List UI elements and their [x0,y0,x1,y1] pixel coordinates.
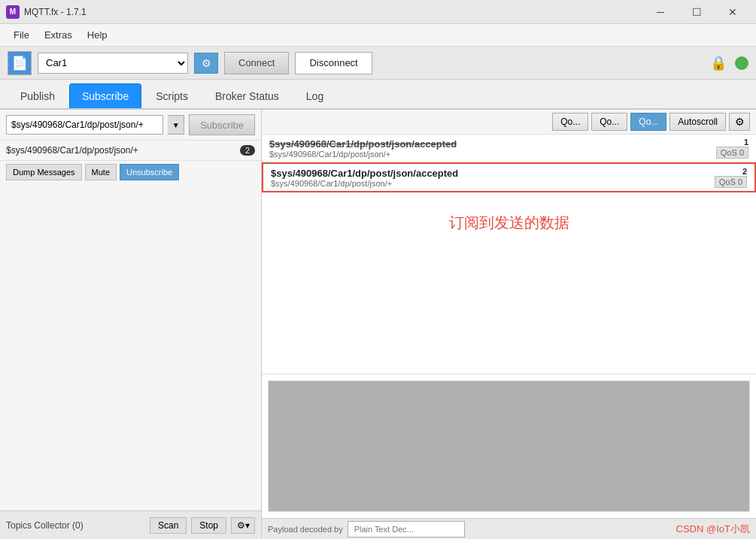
watermark-text: CSDN @IoT小凯 [676,522,750,536]
message-topic-main: $sys/490968/Car1/dp/post/json/accepted [269,138,457,150]
stop-button[interactable]: Stop [191,517,226,534]
message-list[interactable]: $sys/490968/Car1/dp/post/json/accepted $… [262,135,756,374]
center-annotation-text: 订阅到发送的数据 [449,213,569,233]
subscription-badge: 2 [240,145,255,156]
app-icon-label: M [10,8,16,16]
file-icon: 📄 [11,55,28,71]
subscription-actions: Dump Messages Mute Unsubscribe [0,161,261,183]
toolbar: 📄 Car1 ⚙ Connect Disconnect 🔒 [0,47,756,80]
connection-status-dot [735,56,748,70]
main-area: ▼ Subscribe $sys/490968/Car1/dp/post/jso… [0,110,756,539]
qos2-button[interactable]: Qo... [630,113,666,131]
tab-subscribe[interactable]: Subscribe [69,83,141,108]
message-settings-icon: ⚙ [735,116,745,128]
topics-collector: Topics Collector (0) Scan Stop ⚙▾ [0,510,261,539]
message-settings-button[interactable]: ⚙ [729,113,750,131]
payload-area: Payload decoded by CSDN @IoT小凯 [262,374,756,539]
topics-gear-button[interactable]: ⚙▾ [231,517,255,534]
message-qos: QoS 0 [715,176,747,188]
topics-collector-title: Topics Collector (0) [6,520,145,531]
message-item[interactable]: $sys/490968/Car1/dp/post/json/accepted $… [262,162,756,192]
disconnect-button[interactable]: Disconnect [295,52,372,74]
subscription-list: $sys/490968/Car1/dp/post/json/+ 2 Dump M… [0,141,261,510]
message-number: 1 [716,138,748,147]
message-topic-sub: $sys/490968/Car1/dp/post/json/+ [271,179,458,188]
menu-extras[interactable]: Extras [37,26,80,44]
close-button[interactable]: ✕ [715,0,750,24]
menubar: File Extras Help [0,24,756,47]
gear-icon: ⚙ [202,57,211,69]
app-title: MQTT.fx - 1.7.1 [24,7,643,17]
message-topic-wrapper: $sys/490968/Car1/dp/post/json/accepted $… [269,138,457,159]
autoscroll-button[interactable]: Autoscroll [669,113,726,131]
center-annotation: 订阅到发送的数据 [262,192,756,253]
connect-button[interactable]: Connect [224,52,289,74]
window-controls: ─ ☐ ✕ [643,0,750,24]
subscribe-bar: ▼ Subscribe [0,110,261,141]
message-topic-wrapper: $sys/490968/Car1/dp/post/json/accepted $… [271,168,458,188]
topic-input[interactable] [6,115,163,135]
mute-button[interactable]: Mute [85,164,117,180]
lock-icon: 🔒 [708,53,729,74]
topic-dropdown-arrow[interactable]: ▼ [168,115,184,135]
message-meta: 2 QoS 0 [715,167,747,188]
settings-button[interactable]: ⚙ [194,53,218,74]
message-number: 2 [715,167,747,176]
menu-help[interactable]: Help [80,26,115,44]
tab-scripts[interactable]: Scripts [143,83,201,108]
titlebar: M MQTT.fx - 1.7.1 ─ ☐ ✕ [0,0,756,24]
message-topic-sub: $sys/490968/Car1/dp/post/json/+ [269,150,457,159]
qos0-button[interactable]: Qo... [552,113,588,131]
tab-publish[interactable]: Publish [8,83,68,108]
unsubscribe-button[interactable]: Unsubscribe [120,164,179,180]
minimize-button[interactable]: ─ [643,0,678,24]
message-meta: 1 QoS 0 [716,138,748,159]
tabbar: Publish Subscribe Scripts Broker Status … [0,80,756,110]
scan-button[interactable]: Scan [150,517,187,534]
profile-dropdown[interactable]: Car1 [38,53,188,74]
message-topic-main: $sys/490968/Car1/dp/post/json/accepted [271,168,458,179]
subscribe-button[interactable]: Subscribe [189,114,255,135]
menu-file[interactable]: File [6,26,37,44]
payload-decoder-input[interactable] [348,521,465,537]
topics-gear-icon: ⚙▾ [237,520,250,531]
qos1-button[interactable]: Qo... [591,113,627,131]
tab-broker-status[interactable]: Broker Status [202,83,292,108]
payload-footer: Payload decoded by CSDN @IoT小凯 [262,518,756,539]
dump-messages-button[interactable]: Dump Messages [6,164,82,180]
subscription-topic: $sys/490968/Car1/dp/post/json/+ [6,145,235,156]
new-file-button[interactable]: 📄 [8,51,32,75]
qos-toolbar: Qo... Qo... Qo... Autoscroll ⚙ [262,110,756,135]
payload-content [268,380,750,512]
right-panel: Qo... Qo... Qo... Autoscroll ⚙ $sys/4909… [262,110,756,539]
message-qos: QoS 0 [716,147,748,159]
app-icon: M [6,5,20,19]
maximize-button[interactable]: ☐ [679,0,714,24]
payload-label: Payload decoded by [268,525,343,534]
left-panel: ▼ Subscribe $sys/490968/Car1/dp/post/jso… [0,110,262,539]
message-item[interactable]: $sys/490968/Car1/dp/post/json/accepted $… [262,135,756,162]
list-item: $sys/490968/Car1/dp/post/json/+ 2 [0,141,261,161]
tab-log[interactable]: Log [293,83,336,108]
